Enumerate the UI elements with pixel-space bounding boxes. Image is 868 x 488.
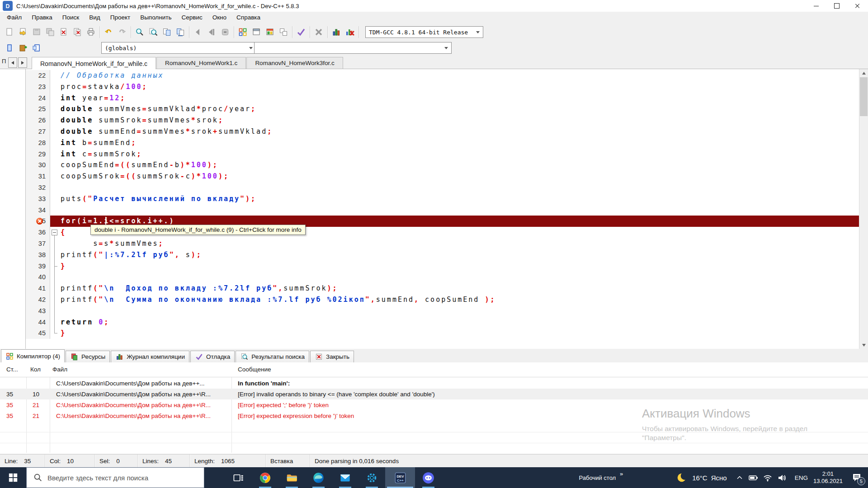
menu-Проект[interactable]: Проект	[105, 12, 135, 23]
line-number-42[interactable]: 42	[26, 294, 50, 305]
discord-taskbar-button[interactable]	[415, 467, 442, 488]
mail-taskbar-button[interactable]	[332, 467, 359, 488]
menu-Окно[interactable]: Окно	[208, 12, 231, 23]
chevron-expand-icon[interactable]: »	[620, 470, 623, 477]
line-number-25[interactable]: 25	[26, 103, 50, 115]
code-text[interactable]: printf("\n Доход по вкладу :%7.2lf руб",…	[59, 283, 859, 294]
globals-dropdown[interactable]: (globals)	[101, 42, 256, 54]
edge-taskbar-button[interactable]	[305, 467, 332, 488]
report-tab-log[interactable]: Журнал компиляции	[111, 351, 189, 362]
compiler-row-1[interactable]: C:\Users\Davakin\Documents\Дом работы на…	[0, 378, 868, 389]
tab-scroll-left-button[interactable]	[8, 57, 17, 68]
abort-button[interactable]	[312, 26, 326, 38]
line-number-27[interactable]: 27	[26, 126, 50, 137]
tray-chevron-up-icon[interactable]	[735, 473, 744, 482]
report-tab-compile[interactable]: Компилятор (4)	[1, 349, 65, 362]
line-number-40[interactable]: 40	[26, 272, 50, 283]
replaceall-button[interactable]	[174, 26, 187, 38]
new-button[interactable]	[3, 26, 16, 38]
line-number-28[interactable]: 28	[26, 137, 50, 149]
minimize-button[interactable]	[806, 0, 826, 12]
debug-button[interactable]	[294, 26, 308, 38]
taskbar-search-input[interactable]: Введите здесь текст для поиска	[26, 467, 204, 488]
line-number-43[interactable]: 43	[26, 305, 50, 317]
action-center-button[interactable]: 5	[849, 470, 864, 485]
print-button[interactable]	[84, 26, 98, 38]
language-indicator[interactable]: ENG	[795, 474, 808, 481]
report-tab-debug[interactable]: Отладка	[190, 351, 235, 362]
maximize-button[interactable]	[826, 0, 847, 12]
classes-button[interactable]	[30, 42, 43, 54]
line-number-35[interactable]: 35	[26, 216, 50, 227]
saveall-button[interactable]	[43, 26, 57, 38]
project-panel-tab[interactable]: П	[2, 58, 6, 65]
code-editor[interactable]: 22// Обработка данных23proc=stavka/100;2…	[0, 69, 868, 349]
file-tab[interactable]: RomanovN_HomeWork3for.c	[246, 57, 343, 69]
line-number-39[interactable]: 39	[26, 261, 50, 272]
open-button[interactable]	[16, 26, 30, 38]
code-text[interactable]	[59, 305, 859, 317]
line-number-30[interactable]: 30	[26, 160, 50, 171]
code-text[interactable]	[59, 272, 859, 283]
close-button[interactable]	[847, 0, 868, 12]
compile-button[interactable]	[236, 26, 250, 38]
taskview-taskbar-button[interactable]	[225, 467, 252, 488]
code-text[interactable]: // Обработка данных	[59, 70, 859, 81]
rebuild-button[interactable]	[277, 26, 290, 38]
line-number-45[interactable]: 45	[26, 328, 50, 339]
code-text[interactable]: }	[59, 328, 859, 339]
code-text[interactable]: proc=stavka/100;	[59, 81, 859, 93]
findfiles-button[interactable]	[146, 26, 160, 38]
report-tab-resources[interactable]: Ресурсы	[66, 351, 110, 362]
menu-Сервис[interactable]: Сервис	[176, 12, 207, 23]
members-dropdown[interactable]	[254, 42, 452, 54]
line-number-29[interactable]: 29	[26, 149, 50, 160]
undo-button[interactable]	[102, 26, 115, 38]
line-number-33[interactable]: 33	[26, 193, 50, 205]
code-text[interactable]: printf("\n Сумма по окончанию вклада :%7…	[59, 294, 859, 305]
file-tab[interactable]: RomanovN_HomeWork1.c	[156, 57, 246, 69]
line-number-41[interactable]: 41	[26, 283, 50, 294]
scroll-up-button[interactable]	[859, 69, 868, 77]
code-text[interactable]: coopSumSrok=((summSrok-c)*100);	[59, 171, 859, 182]
report-tab-closered[interactable]: Закрыть	[310, 351, 354, 362]
tab-scroll-right-button[interactable]	[18, 57, 27, 68]
battery-icon[interactable]	[748, 472, 759, 483]
menu-Поиск[interactable]: Поиск	[57, 12, 84, 23]
explorer-taskbar-button[interactable]	[278, 467, 305, 488]
editor-vertical-scrollbar[interactable]	[859, 69, 868, 349]
save-button[interactable]	[30, 26, 43, 38]
profile-button[interactable]	[330, 26, 343, 38]
delprofile-button[interactable]	[343, 26, 357, 38]
gotoline-button[interactable]	[218, 26, 232, 38]
compiler-select-dropdown[interactable]: TDM-GCC 4.8.1 64-bit Release	[365, 26, 483, 38]
code-text[interactable]	[59, 205, 859, 216]
desktop-toolbar-label[interactable]: Рабочий стол »	[579, 474, 623, 481]
compiler-row-2[interactable]: 3510C:\Users\Davakin\Documents\Дом работ…	[0, 389, 868, 399]
run-button[interactable]	[250, 26, 263, 38]
close-button[interactable]	[57, 26, 71, 38]
line-number-26[interactable]: 26	[26, 115, 50, 126]
menu-Файл[interactable]: Файл	[2, 12, 27, 23]
line-number-31[interactable]: 31	[26, 171, 50, 182]
line-number-36[interactable]: 36	[26, 227, 50, 238]
code-text[interactable]: double summVmes=summVklad*proc/year;	[59, 103, 859, 115]
line-number-34[interactable]: 34	[26, 205, 50, 216]
volume-icon[interactable]	[777, 472, 788, 483]
code-text[interactable]: return 0;	[59, 317, 859, 328]
menu-Правка[interactable]: Правка	[27, 12, 57, 23]
redo-button[interactable]	[115, 26, 129, 38]
weather-widget[interactable]: 16°C Ясно	[676, 472, 726, 483]
code-text[interactable]: printf("|:%7.2lf руб", s);	[59, 249, 859, 261]
file-tab[interactable]: RomanovN_HomeWork_if_for_while.c	[32, 57, 156, 70]
line-number-32[interactable]: 32	[26, 182, 50, 193]
fold-marker[interactable]	[50, 227, 59, 238]
menu-Выполнить[interactable]: Выполнить	[135, 12, 176, 23]
code-text[interactable]: coopSumEnd=((summEnd-b)*100);	[59, 160, 859, 171]
gearapp-taskbar-button[interactable]	[359, 467, 385, 488]
wifi-icon[interactable]	[762, 472, 773, 483]
code-text[interactable]: double summSrok=summVmes*srok;	[59, 115, 859, 126]
find-button[interactable]	[133, 26, 146, 38]
closeall-button[interactable]	[71, 26, 84, 38]
addclass-button[interactable]	[16, 42, 30, 54]
